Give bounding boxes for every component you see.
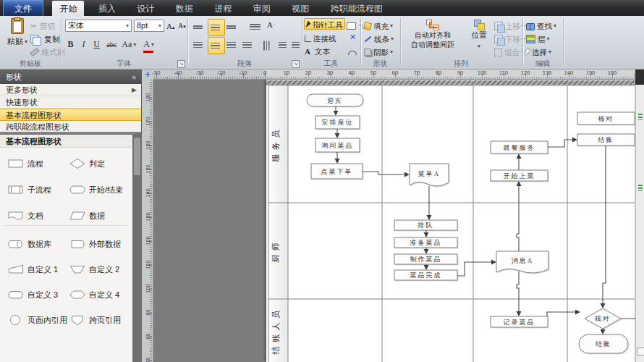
text-direction-icon (263, 41, 270, 51)
page-icon[interactable] (637, 348, 644, 355)
flow-connector[interactable] (457, 262, 491, 276)
lane-label[interactable]: 服务员 (271, 126, 280, 162)
stencil-item-offpage[interactable]: 跨页引用 (69, 314, 121, 329)
line-button[interactable]: 线条 (364, 33, 394, 45)
group-button[interactable]: 组合 (494, 46, 524, 58)
ruler-label: 80 (436, 70, 441, 76)
stencil-item-circle[interactable]: 页面内引用 (7, 314, 67, 329)
tab-insert[interactable]: 插入 (91, 1, 123, 17)
stencil-item-hex[interactable]: 自定义 4 (69, 289, 119, 303)
paste-button[interactable]: 粘贴 (4, 18, 30, 48)
bold-button[interactable]: B (65, 38, 76, 50)
db-icon (7, 238, 25, 250)
stencil-item-rect[interactable]: 流程 (7, 158, 43, 172)
basic-flowchart-shapes-item[interactable]: 基本流程图形状 (0, 109, 141, 121)
send-backward-icon (494, 35, 503, 43)
align-left-button[interactable] (192, 38, 206, 52)
ruler-label: 170 (145, 117, 151, 127)
strikethrough-button[interactable]: abc (104, 39, 119, 51)
ruler-label: 140 (564, 70, 574, 76)
fill-button[interactable]: 填充 (364, 20, 393, 32)
stencil-item-trapl[interactable]: 自定义 1 (7, 264, 58, 278)
underline-button[interactable]: U (91, 38, 102, 50)
tab-home[interactable]: 开始 (52, 1, 84, 17)
lane-label[interactable]: 结账人员 (271, 307, 280, 355)
tab-data[interactable]: 数据 (169, 1, 200, 17)
align-top-button[interactable] (192, 20, 206, 34)
arc-tool-button[interactable] (348, 46, 359, 58)
trapd-icon (69, 264, 86, 275)
fill-icon (363, 22, 372, 30)
group-font: 宋体 8pt A▴ A▾ B I U abc Aa A 字体 (61, 16, 187, 70)
align-right-button[interactable] (225, 38, 240, 52)
select-button[interactable]: 选择 (526, 46, 551, 58)
lane-label[interactable]: 厨师 (271, 239, 280, 263)
align-center-button[interactable] (208, 37, 225, 54)
layers-button[interactable]: 层 (526, 33, 550, 45)
stencil-item-trapd[interactable]: 自定义 2 (69, 264, 119, 278)
flow-connector[interactable] (548, 140, 572, 147)
stencil-item-label: 文档 (27, 211, 43, 220)
stencil-item-doc[interactable]: 文档 (7, 210, 43, 224)
flow-connector[interactable] (621, 119, 637, 319)
text-tool-button[interactable]: A 文本 (305, 45, 330, 57)
flow-connector[interactable] (363, 172, 404, 174)
container-selection-hatch[interactable] (266, 80, 644, 85)
tab-process[interactable]: 进程 (207, 1, 239, 17)
ruler-label: 90 (145, 308, 151, 318)
application-window: 文件 开始 插入 设计 数据 进程 审阅 视图 跨职能流程图 粘贴 剪切 复制 … (0, 0, 644, 362)
smart-tag-indicator[interactable] (638, 185, 643, 191)
shadow-button[interactable]: 阴影 (364, 46, 393, 58)
pointer-tool-button[interactable]: 指针工具 (304, 18, 345, 30)
flow-connector[interactable] (517, 272, 519, 311)
font-color-button[interactable]: A (143, 38, 153, 53)
flow-connector[interactable] (547, 312, 575, 316)
align-left-icon (193, 42, 203, 49)
more-shapes-item[interactable]: 更多形状▶ (0, 84, 141, 96)
format-painter-button[interactable]: 格式刷 (30, 46, 65, 58)
panel-scrollbar-thumb[interactable] (134, 138, 140, 175)
stencil-item-subproc[interactable]: 子流程 (7, 184, 51, 198)
shrink-font-button[interactable]: A▾ (178, 20, 186, 33)
align-middle-button[interactable] (208, 19, 225, 36)
tab-cross-functional[interactable]: 跨职能流程图 (323, 1, 390, 17)
tab-view[interactable]: 视图 (284, 1, 316, 17)
text-rotate-button[interactable]: A˚ (267, 19, 274, 32)
italic-button[interactable]: I (78, 38, 89, 50)
tab-design[interactable]: 设计 (130, 1, 161, 17)
tab-file[interactable]: 文件 (3, 0, 43, 16)
stencil-item-db[interactable]: 数据库 (7, 238, 51, 253)
font-family-combo[interactable]: 宋体 (65, 20, 132, 32)
flow-connector[interactable] (603, 146, 606, 303)
quick-shapes-item[interactable]: 快速形状 (0, 96, 141, 109)
justify-button[interactable] (241, 38, 255, 52)
auto-align-button[interactable]: 自动对齐和 自动调整间距 (403, 18, 462, 49)
stencil-item-stadium[interactable]: 开始/结束 (69, 184, 123, 198)
grow-font-button[interactable]: A▴ (166, 20, 174, 33)
stencil-item-diamond[interactable]: 判定 (69, 158, 105, 172)
stencil-item-ext[interactable]: 外部数据 (69, 238, 121, 253)
change-case-button[interactable]: Aa (121, 38, 137, 51)
smart-tag-indicator[interactable] (638, 114, 643, 120)
tab-review[interactable]: 审阅 (246, 1, 278, 17)
bullet-list-button[interactable] (248, 20, 264, 34)
text-direction-button[interactable] (260, 38, 274, 52)
delete-tool-button[interactable]: ✕ (349, 31, 356, 43)
stencil-item-para[interactable]: 数据 (69, 210, 105, 224)
align-bottom-button[interactable] (225, 20, 240, 34)
decrease-indent-button[interactable] (277, 38, 290, 52)
cut-button[interactable]: 剪切 (30, 20, 55, 32)
flow-connector[interactable] (517, 186, 519, 251)
ruler-label: 100 (478, 70, 487, 76)
flow-node-label: 排队 (418, 222, 434, 229)
connector-arrowhead (491, 260, 496, 265)
font-size-combo[interactable]: 8pt (134, 20, 164, 32)
position-button[interactable]: 位置 ▾ (467, 18, 491, 51)
ruler-label: -50 (153, 70, 161, 76)
connector-tool-button[interactable]: 连接线 (305, 32, 336, 44)
copy-button[interactable]: 复制 (30, 33, 60, 45)
find-button[interactable]: 查找 (526, 20, 556, 32)
collapse-panel-icon[interactable]: « (132, 70, 136, 84)
panel-scrollbar[interactable] (132, 135, 142, 362)
stencil-item-roundrect[interactable]: 自定义 3 (7, 289, 58, 303)
